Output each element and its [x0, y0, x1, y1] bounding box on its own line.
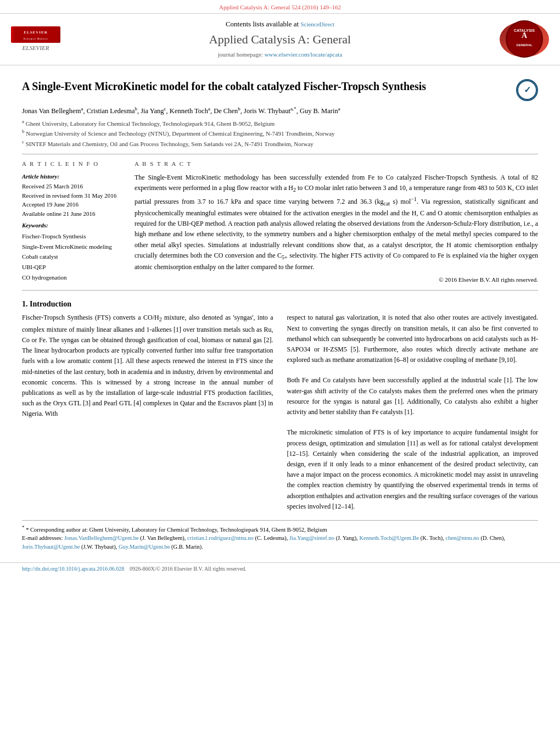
copyright-text: © 2016 Elsevier B.V. All rights reserved… — [135, 276, 538, 284]
elsevier-logo-image: ELSEVIER Science Direct — [11, 26, 60, 43]
available-date: Available online 21 June 2016 — [22, 209, 124, 219]
svg-text:✓: ✓ — [524, 85, 531, 94]
authors-line: Jonas Van Belleghema, Cristian Ledesmab,… — [22, 105, 538, 116]
history-label: Article history: — [22, 172, 124, 181]
keyword-2: Single-Event MicroKinetic modeling — [22, 242, 124, 252]
affiliation-b: b Norwegian University of Science and Te… — [22, 128, 538, 138]
keyword-5: CO hydrogenation — [22, 272, 124, 283]
accepted-date: Accepted 19 June 2016 — [22, 200, 124, 209]
journal-reference-bar: Applied Catalysis A: General 524 (2016) … — [0, 0, 560, 14]
svg-text:A: A — [522, 31, 528, 40]
affiliations: a Ghent University, Laboratory for Chemi… — [22, 118, 538, 148]
issn-text: 0926-860X/© 2016 Elsevier B.V. All right… — [130, 566, 247, 572]
elsevier-logo: ELSEVIER Science Direct ELSEVIER — [11, 26, 60, 52]
keywords-list: Fischer-Tropsch Synthesis Single-Event M… — [22, 231, 124, 282]
bottom-bar: http://dx.doi.org/10.1016/j.apcata.2016.… — [0, 562, 560, 575]
intro-left-col: Fischer-Tropsch Synthesis (FTS) converts… — [22, 313, 273, 512]
affiliation-c: c SINTEF Materials and Chemistry, Oil an… — [22, 138, 538, 148]
sciencedirect-line: Contents lists available at ScienceDirec… — [60, 19, 500, 29]
email-footnote: E-mail addresses: Jonas.VanBelleghem@Uge… — [22, 534, 538, 551]
footnote-section: * * Corresponding author at: Ghent Unive… — [22, 520, 538, 551]
keywords-label: Keywords: — [22, 221, 124, 230]
divider-1 — [22, 154, 538, 154]
corresponding-footnote: * * Corresponding author at: Ghent Unive… — [22, 524, 538, 534]
journal-header: ELSEVIER Science Direct ELSEVIER Content… — [0, 14, 560, 65]
keyword-1: Fischer-Tropsch Synthesis — [22, 231, 124, 242]
homepage-url[interactable]: www.elsevier.com/locate/apcata — [265, 51, 343, 58]
intro-right-text: respect to natural gas valorization, it … — [287, 313, 539, 365]
article-info-label: A R T I C L E I N F O — [22, 160, 124, 168]
intro-right-text-3: The microkinetic simulation of FTS is of… — [287, 427, 539, 512]
catalysis-logo: CATALYSIS A GENERAL — [500, 21, 549, 57]
contents-text: Contents lists available at — [226, 20, 299, 28]
svg-text:Science Direct: Science Direct — [24, 37, 48, 40]
info-abstract-section: A R T I C L E I N F O Article history: R… — [22, 160, 538, 284]
article-info: A R T I C L E I N F O Article history: R… — [22, 160, 124, 284]
journal-homepage: journal homepage: www.elsevier.com/locat… — [60, 51, 500, 59]
doi-link[interactable]: http://dx.doi.org/10.1016/j.apcata.2016.… — [22, 566, 124, 572]
intro-left-text: Fischer-Tropsch Synthesis (FTS) converts… — [22, 313, 273, 419]
journal-reference: Applied Catalysis A: General 524 (2016) … — [219, 4, 341, 10]
article-title-section: A Single-Event MicroKinetic model for th… — [22, 79, 538, 101]
abstract-section: A B S T R A C T The Single-Event MicroKi… — [135, 160, 538, 284]
received-date: Received 25 March 2016 — [22, 182, 124, 191]
revised-date: Received in revised form 31 May 2016 — [22, 191, 124, 200]
keyword-4: UBI-QEP — [22, 262, 124, 272]
elsevier-text: ELSEVIER — [23, 44, 49, 52]
journal-title: Applied Catalysis A: General — [60, 31, 500, 48]
crossmark-logo[interactable]: ✓ — [516, 79, 538, 101]
main-content: A Single-Event MicroKinetic model for th… — [0, 65, 560, 562]
divider-2 — [22, 290, 538, 291]
intro-right-text-2: Both Fe and Co catalysts have been succe… — [287, 375, 539, 417]
journal-center-info: Contents lists available at ScienceDirec… — [60, 19, 500, 59]
abstract-label: A B S T R A C T — [135, 160, 538, 168]
intro-right-col: respect to natural gas valorization, it … — [287, 313, 539, 512]
svg-text:ELSEVIER: ELSEVIER — [24, 30, 47, 35]
abstract-text: The Single-Event MicroKinetic methodolog… — [135, 172, 538, 272]
affiliation-a: a Ghent University, Laboratory for Chemi… — [22, 118, 538, 128]
sciencedirect-link[interactable]: ScienceDirect — [300, 21, 334, 27]
svg-text:GENERAL: GENERAL — [516, 43, 533, 47]
intro-body: Fischer-Tropsch Synthesis (FTS) converts… — [22, 313, 538, 512]
introduction-section: 1. Introduction Fischer-Tropsch Synthesi… — [22, 299, 538, 512]
section-heading: 1. Introduction — [22, 299, 538, 310]
article-title: A Single-Event MicroKinetic model for th… — [22, 79, 426, 93]
keyword-3: Cobalt catalyst — [22, 252, 124, 262]
